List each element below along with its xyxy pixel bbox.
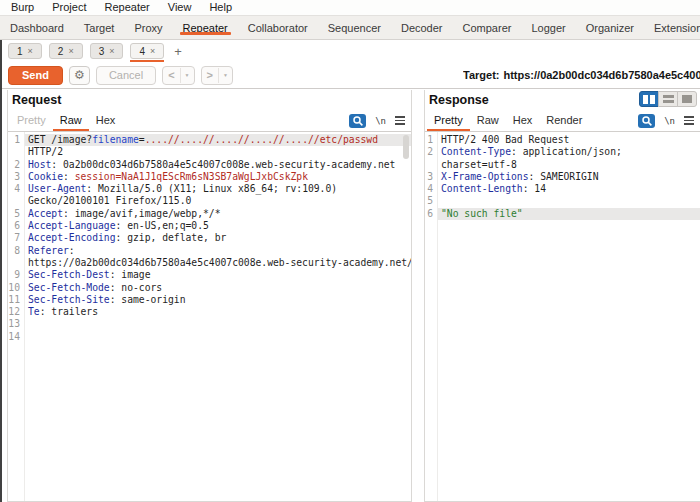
- code-token: : gzip, deflate, br: [116, 232, 227, 243]
- response-tab-render[interactable]: Render: [539, 110, 589, 131]
- code-text: User-Agent: Mozilla/5.0 (X11; Linux x86_…: [24, 183, 411, 195]
- code-line[interactable]: https://0a2b00dc034d6b7580a4e5c4007c008e…: [8, 257, 411, 269]
- code-line[interactable]: 1HTTP/2 400 Bad Request: [425, 134, 700, 146]
- tab-decoder[interactable]: Decoder: [391, 16, 453, 39]
- code-token: HTTP/2: [28, 146, 63, 157]
- menu-item-project[interactable]: Project: [43, 0, 95, 15]
- code-line[interactable]: 7Accept-Encoding: gzip, deflate, br: [8, 232, 411, 244]
- back-button[interactable]: < ▼: [162, 66, 194, 85]
- line-number: 3: [8, 171, 24, 183]
- code-line[interactable]: 11Sec-Fetch-Site: same-origin: [8, 294, 411, 306]
- code-line[interactable]: 10Sec-Fetch-Mode: no-cors: [8, 282, 411, 294]
- request-editor[interactable]: 1GET /image?filename=....//....//....//.…: [8, 132, 411, 501]
- forward-button[interactable]: > ▼: [201, 66, 233, 85]
- code-line[interactable]: 3Cookie: session=NaA1J1qEScRm6sN3SB7aWgL…: [8, 171, 411, 183]
- code-line[interactable]: 12Te: trailers: [8, 306, 411, 318]
- main-tab-bar: DashboardTargetProxyRepeaterCollaborator…: [0, 15, 700, 40]
- burp-suite-window: BurpProjectRepeaterViewHelp DashboardTar…: [0, 0, 700, 502]
- cancel-button[interactable]: Cancel: [96, 66, 156, 85]
- code-token: Host: [28, 159, 51, 170]
- code-line[interactable]: 8Referer:: [8, 245, 411, 257]
- code-token: User-Agent: [28, 183, 86, 194]
- code-line[interactable]: 3X-Frame-Options: SAMEORIGIN: [425, 171, 700, 183]
- code-line[interactable]: 13: [8, 318, 411, 330]
- request-tab-raw[interactable]: Raw: [53, 110, 89, 131]
- newline-toggle-icon[interactable]: \n: [375, 116, 386, 126]
- code-line[interactable]: 2Host: 0a2b00dc034d6b7580a4e5c4007c008e.…: [8, 159, 411, 171]
- tab-organizer[interactable]: Organizer: [576, 16, 644, 39]
- code-line[interactable]: charset=utf-8: [425, 159, 700, 171]
- request-tab-hex[interactable]: Hex: [89, 110, 123, 131]
- close-tab-icon[interactable]: ×: [68, 46, 73, 56]
- close-tab-icon[interactable]: ×: [28, 46, 33, 56]
- back-dropdown-caret-icon[interactable]: ▼: [181, 72, 194, 78]
- tab-comparer[interactable]: Comparer: [453, 16, 522, 39]
- menu-item-help[interactable]: Help: [200, 0, 241, 15]
- repeater-tab-2[interactable]: 2×: [49, 43, 83, 59]
- editor-menu-icon[interactable]: [395, 116, 405, 125]
- code-line[interactable]: 5Accept: image/avif,image/webp,*/*: [8, 208, 411, 220]
- code-line[interactable]: 6"No such file": [425, 208, 700, 220]
- bar: [650, 95, 655, 104]
- code-line[interactable]: 4Content-Length: 14: [425, 183, 700, 195]
- code-line[interactable]: 1GET /image?filename=....//....//....//.…: [8, 134, 411, 146]
- code-text: [437, 195, 700, 207]
- code-line[interactable]: 9Sec-Fetch-Dest: image: [8, 269, 411, 281]
- code-text: charset=utf-8: [437, 159, 700, 171]
- close-tab-icon[interactable]: ×: [109, 46, 114, 56]
- tab-target[interactable]: Target: [74, 16, 125, 39]
- response-tab-raw[interactable]: Raw: [470, 110, 506, 131]
- code-token: "No such file": [441, 208, 523, 219]
- tab-sequencer[interactable]: Sequencer: [318, 16, 391, 39]
- newline-toggle-icon[interactable]: \n: [664, 116, 675, 126]
- code-line[interactable]: 14: [8, 331, 411, 343]
- close-tab-icon[interactable]: ×: [150, 46, 155, 56]
- layout-rows-button[interactable]: [658, 91, 678, 107]
- request-scrollbar-thumb[interactable]: [403, 135, 409, 159]
- menu-item-view[interactable]: View: [159, 0, 201, 15]
- tab-repeater[interactable]: Repeater: [173, 16, 238, 39]
- repeater-tab-4[interactable]: 4×: [130, 43, 164, 59]
- line-number: 1: [425, 134, 437, 146]
- send-settings-button[interactable]: ⚙: [69, 66, 90, 85]
- menu-item-burp[interactable]: Burp: [2, 0, 43, 15]
- code-text: Accept: image/avif,image/webp,*/*: [24, 208, 411, 220]
- code-token: : en-US,en;q=0.5: [116, 220, 209, 231]
- code-text: Referer:: [24, 245, 411, 257]
- layout-single-button[interactable]: [677, 91, 697, 107]
- code-text: HTTP/2 400 Bad Request: [437, 134, 700, 146]
- tab-extensions[interactable]: Extensions: [644, 16, 700, 39]
- send-button[interactable]: Send: [8, 66, 63, 85]
- tab-logger[interactable]: Logger: [521, 16, 575, 39]
- repeater-tab-3[interactable]: 3×: [90, 43, 124, 59]
- forward-arrow-icon: >: [202, 69, 218, 81]
- code-text: Accept-Encoding: gzip, deflate, br: [24, 232, 411, 244]
- add-tab-button[interactable]: +: [171, 44, 185, 59]
- code-line[interactable]: 2Content-Type: application/json;: [425, 146, 700, 158]
- tab-dashboard[interactable]: Dashboard: [0, 16, 74, 39]
- response-tab-hex[interactable]: Hex: [506, 110, 540, 131]
- code-token: Sec-Fetch-Site: [28, 294, 110, 305]
- code-text: https://0a2b00dc034d6b7580a4e5c4007c008e…: [24, 257, 411, 269]
- search-icon[interactable]: [638, 114, 655, 128]
- code-line[interactable]: Gecko/20100101 Firefox/115.0: [8, 195, 411, 207]
- code-line[interactable]: 6Accept-Language: en-US,en;q=0.5: [8, 220, 411, 232]
- tab-collaborator[interactable]: Collaborator: [238, 16, 318, 39]
- code-line[interactable]: 5: [425, 195, 700, 207]
- code-token: : image/avif,image/webp,*/*: [63, 208, 220, 219]
- response-editor[interactable]: 1HTTP/2 400 Bad Request2Content-Type: ap…: [425, 132, 700, 501]
- back-arrow-icon: <: [163, 69, 179, 81]
- code-text: Sec-Fetch-Dest: image: [24, 269, 411, 281]
- response-tab-pretty[interactable]: Pretty: [427, 110, 470, 131]
- repeater-tab-1[interactable]: 1×: [8, 43, 42, 59]
- tab-proxy[interactable]: Proxy: [124, 16, 172, 39]
- menu-item-repeater[interactable]: Repeater: [96, 0, 159, 15]
- search-icon[interactable]: [349, 114, 366, 128]
- code-line[interactable]: HTTP/2: [8, 146, 411, 158]
- gutter-divider: [437, 132, 438, 501]
- layout-columns-button[interactable]: [639, 91, 659, 107]
- editor-menu-icon[interactable]: [684, 116, 694, 125]
- forward-dropdown-caret-icon[interactable]: ▼: [219, 72, 232, 78]
- code-line[interactable]: 4User-Agent: Mozilla/5.0 (X11; Linux x86…: [8, 183, 411, 195]
- repeater-tab-label: 4: [139, 46, 145, 57]
